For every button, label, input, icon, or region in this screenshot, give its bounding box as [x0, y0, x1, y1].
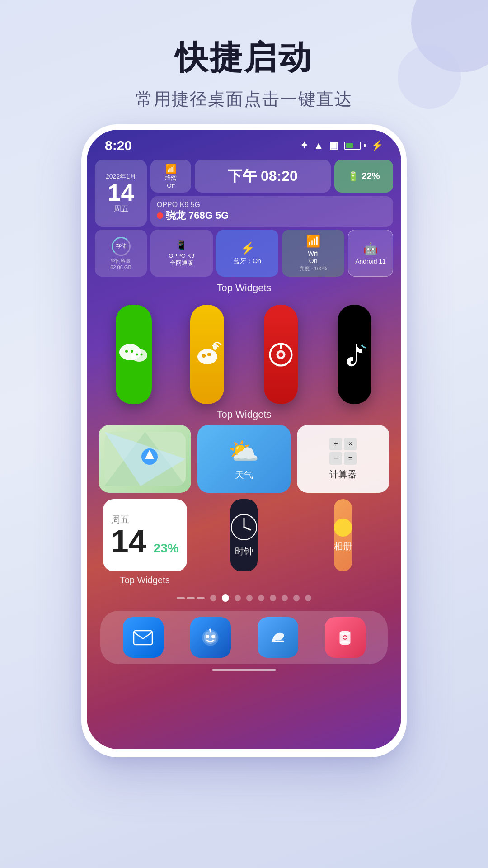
widget-photos[interactable]: 相册 [334, 499, 352, 571]
svg-rect-22 [134, 631, 152, 645]
widget-date[interactable]: 2022年1月 14 周五 [95, 160, 147, 227]
top-widgets-label-cal: Top Widgets [120, 575, 170, 585]
svg-point-2 [125, 350, 128, 353]
cellular-text: 蜂窝Off [165, 174, 177, 189]
widget-weather[interactable]: ⛅ 天气 [197, 425, 290, 493]
page-dot-7[interactable] [282, 595, 288, 601]
svg-point-5 [140, 354, 142, 356]
page-dot-2[interactable] [222, 594, 229, 602]
photos-dot [334, 519, 352, 537]
page-dot-3[interactable] [235, 595, 241, 601]
bluetooth-status-icon: ✦ [300, 140, 308, 151]
page-title: 快捷启动 [136, 36, 352, 80]
calc-grid: + × − = [329, 438, 357, 465]
app-icons-section [87, 300, 401, 404]
oppo-icon: 📱 [176, 240, 187, 250]
top-widgets-label-2: Top Widgets [87, 404, 401, 425]
battery-tip [364, 144, 366, 147]
calc-btn-plus: + [329, 438, 342, 450]
bluetooth-icon: ⚡ [240, 241, 255, 255]
app-icon-tiktok[interactable] [338, 305, 371, 404]
svg-point-7 [202, 354, 206, 358]
app-wechat-container [100, 305, 167, 404]
widget-oppo-version[interactable]: 📱 OPPO K9全网通版 [150, 230, 213, 277]
calc-btn-multiply: × [344, 438, 357, 450]
svg-point-6 [197, 349, 217, 364]
svg-point-25 [206, 635, 209, 638]
battery-pct-text: 22% [361, 171, 380, 181]
svg-point-4 [136, 354, 138, 356]
page-indicators [87, 585, 401, 606]
page-dot-5[interactable] [258, 595, 264, 601]
svg-point-12 [279, 352, 283, 357]
dock-icon-robot[interactable] [190, 617, 231, 658]
android-icon: 🤖 [363, 242, 378, 256]
wifi-status-icon: ▲ [314, 140, 324, 151]
app-weibo-container [174, 305, 240, 404]
cal-pct: 23% [154, 541, 179, 556]
widget-map[interactable] [99, 425, 191, 493]
page-lines [177, 597, 205, 599]
bottom-widgets-section: ⛅ 天气 + × − = 计算器 周五 14 23% [87, 425, 401, 585]
dock-icon-can[interactable] [325, 617, 366, 658]
page-subtitle: 常用捷径桌面点击一键直达 [136, 88, 352, 111]
svg-point-1 [131, 349, 147, 362]
page-dot-8[interactable] [293, 595, 300, 601]
svg-point-3 [131, 350, 133, 353]
battery-icon-small: 🔋 [347, 171, 359, 182]
widget-android[interactable]: 🤖 Android 11 [348, 230, 393, 277]
widget-cellular[interactable]: 📶 蜂窝Off [150, 160, 191, 193]
status-icons: ✦ ▲ ▣ ⚡ [300, 140, 383, 151]
widget-time[interactable]: 下午 08:20 [195, 160, 331, 193]
top-widgets-label-1: Top Widgets [87, 279, 401, 300]
deco-circle-2 [398, 45, 461, 108]
widget-calendar[interactable]: 周五 14 23% [103, 499, 187, 571]
widgets-right: 📶 蜂窝Off 下午 08:20 🔋 22% OPPO K9 5G [150, 160, 393, 227]
widget-wifi[interactable]: 📶 WifiOn 亮度：100% [282, 230, 344, 277]
svg-line-21 [244, 527, 250, 530]
page-dot-4[interactable] [246, 595, 253, 601]
cellular-icon: 📶 [165, 163, 177, 174]
storage-size-text: 空闲容量62.06 GB [110, 258, 131, 270]
phone-mockup: 8:20 ✦ ▲ ▣ ⚡ 2022年1月 14 周五 [81, 124, 407, 757]
app-icon-wechat[interactable] [116, 305, 152, 404]
page-dot-6[interactable] [270, 595, 276, 601]
storage-circle: 存储 [112, 237, 131, 256]
widget-date-day: 14 [108, 181, 134, 204]
status-time: 8:20 [105, 138, 132, 153]
clock-label: 时钟 [235, 545, 253, 557]
phone-screen: 8:20 ✦ ▲ ▣ ⚡ 2022年1月 14 周五 [87, 130, 401, 749]
widget-battery[interactable]: 🔋 22% [334, 160, 393, 193]
widget-photos-container: 相册 [297, 499, 389, 585]
status-bar: 8:20 ✦ ▲ ▣ ⚡ [87, 130, 401, 157]
app-icon-netease[interactable] [264, 305, 298, 404]
app-icon-weibo[interactable] [190, 305, 224, 404]
battery-fill [346, 143, 353, 148]
dock-icon-wind[interactable] [258, 617, 298, 658]
widget-phone-info[interactable]: OPPO K9 5G 骁龙 768G 5G [150, 196, 393, 227]
photos-label: 相册 [334, 540, 352, 552]
dock-icon-mail[interactable] [123, 617, 164, 658]
widget-time-text: 下午 08:20 [228, 166, 298, 186]
widgets-row2: 存储 空闲容量62.06 GB 📱 OPPO K9全网通版 ⚡ 蓝牙：On 📶 … [87, 230, 401, 279]
dock [100, 611, 388, 664]
weather-icon: ⛅ [228, 437, 259, 466]
page-dot-1[interactable] [210, 595, 216, 601]
calc-btn-minus: − [329, 452, 342, 465]
widget-clock[interactable]: 时钟 [230, 499, 258, 571]
widget-calculator[interactable]: + × − = 计算器 [297, 425, 389, 493]
signal-icon: ▣ [329, 140, 338, 151]
widgets-row1: 📶 蜂窝Off 下午 08:20 🔋 22% [150, 160, 393, 193]
page-line-3 [197, 597, 205, 599]
widget-clock-container: 时钟 [197, 499, 290, 585]
widget-date-weekday: 周五 [114, 204, 128, 214]
page-line-1 [177, 597, 185, 599]
android-text: Android 11 [355, 258, 386, 265]
calculator-label: 计算器 [329, 468, 357, 481]
widget-storage[interactable]: 存储 空闲容量62.06 GB [95, 230, 147, 277]
widget-bluetooth[interactable]: ⚡ 蓝牙：On [216, 230, 279, 277]
page-dot-9[interactable] [305, 595, 311, 601]
wifi-icon: 📶 [306, 234, 320, 248]
bluetooth-text: 蓝牙：On [234, 257, 261, 265]
battery-body [344, 142, 361, 150]
